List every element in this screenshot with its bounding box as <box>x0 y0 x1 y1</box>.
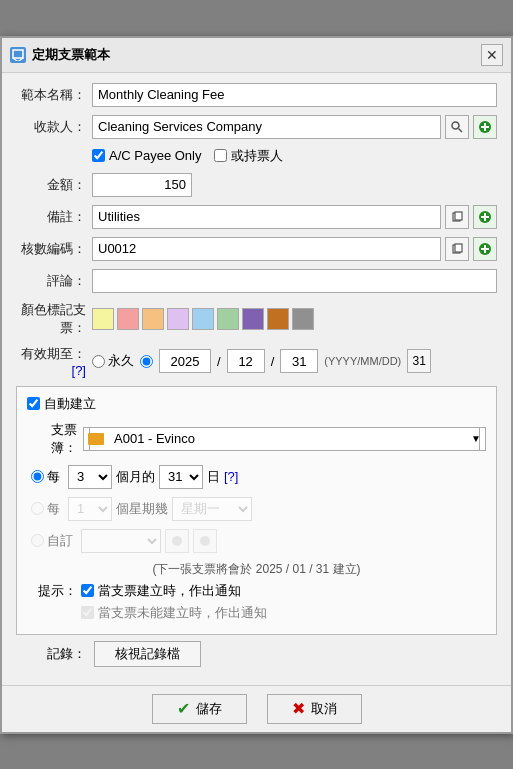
schedule-custom-row: 自訂 <box>31 529 486 553</box>
ref-add-button[interactable] <box>473 237 497 261</box>
monthly-radio-label[interactable]: 每 <box>31 468 60 486</box>
payee-add-button[interactable] <box>473 115 497 139</box>
calendar-button[interactable]: 31 <box>407 349 431 373</box>
notify2-label[interactable]: 當支票未能建立時，作出通知 <box>81 604 267 622</box>
notify-row-2: 當支票未能建立時，作出通知 <box>27 604 486 622</box>
comment-label: 評論： <box>16 272 86 290</box>
payee-input[interactable] <box>92 115 441 139</box>
auto-create-checkbox[interactable] <box>27 397 40 410</box>
custom-select[interactable] <box>81 529 161 553</box>
amount-input[interactable] <box>92 173 192 197</box>
template-name-input[interactable] <box>92 83 497 107</box>
record-row: 記錄： 核視記錄檔 <box>16 641 497 667</box>
payee-search-button[interactable] <box>445 115 469 139</box>
validity-help-link[interactable]: [?] <box>72 363 86 378</box>
ref-num-label: 核數編碼： <box>16 240 86 258</box>
custom-radio-label[interactable]: 自訂 <box>31 532 73 550</box>
color-row: 顏色標記支票： <box>16 301 497 337</box>
ac-payee-only-checkbox[interactable] <box>92 149 105 162</box>
date-format-label: (YYYY/MM/DD) <box>324 355 401 367</box>
color-swatches <box>92 308 314 330</box>
custom-btn-2[interactable] <box>193 529 217 553</box>
color-swatch-gray[interactable] <box>292 308 314 330</box>
notify1-checkbox[interactable] <box>81 584 94 597</box>
svg-rect-15 <box>455 244 462 252</box>
amount-label: 金額： <box>16 176 86 194</box>
custom-btn-1[interactable] <box>165 529 189 553</box>
view-log-button[interactable]: 核視記錄檔 <box>94 641 201 667</box>
color-swatch-pink[interactable] <box>117 308 139 330</box>
weekly-radio-label[interactable]: 每 <box>31 500 60 518</box>
monthly-num-select[interactable]: 3 1 2 6 <box>68 465 112 489</box>
svg-line-5 <box>459 128 463 132</box>
weekday-select[interactable]: 星期一 <box>172 497 252 521</box>
payee-input-group <box>92 115 497 139</box>
custom-radio[interactable] <box>31 534 44 547</box>
svg-rect-10 <box>455 212 462 220</box>
weekly-num-select[interactable]: 1 <box>68 497 112 521</box>
color-swatch-brown[interactable] <box>267 308 289 330</box>
monthly-day-select[interactable]: 31 1 15 28 <box>159 465 203 489</box>
notify1-label[interactable]: 當支票建立時，作出通知 <box>81 582 241 600</box>
ref-num-input[interactable] <box>92 237 441 261</box>
color-swatch-blue[interactable] <box>192 308 214 330</box>
title-bar: 定期支票範本 ✕ <box>2 38 511 73</box>
title-bar-left: 定期支票範本 <box>10 46 110 64</box>
or-bearer-checkbox[interactable] <box>214 149 227 162</box>
ac-payee-only-label[interactable]: A/C Payee Only <box>92 148 202 163</box>
color-swatch-green[interactable] <box>217 308 239 330</box>
window-title: 定期支票範本 <box>32 46 110 64</box>
notify-label: 提示： <box>27 582 77 600</box>
validity-inputs: 永久 / / (YYYY/MM/DD) 31 <box>92 349 431 373</box>
memo-input[interactable] <box>92 205 441 229</box>
color-swatch-purple-light[interactable] <box>167 308 189 330</box>
cancel-icon: ✖ <box>292 699 305 718</box>
payee-label: 收款人： <box>16 118 86 136</box>
save-icon: ✔ <box>177 699 190 718</box>
close-button[interactable]: ✕ <box>481 44 503 66</box>
cancel-button[interactable]: ✖ 取消 <box>267 694 362 724</box>
svg-point-19 <box>172 536 182 546</box>
comment-row: 評論： <box>16 269 497 293</box>
ledger-row: 支票簿： A001 - Evinco ▼ <box>27 421 486 457</box>
year-input[interactable] <box>159 349 211 373</box>
weekly-radio[interactable] <box>31 502 44 515</box>
template-name-label: 範本名稱： <box>16 86 86 104</box>
memo-input-group <box>92 205 497 229</box>
dialog-window: 定期支票範本 ✕ 範本名稱： 收款人： <box>0 36 513 734</box>
memo-label: 備註： <box>16 208 86 226</box>
ref-copy-button[interactable] <box>445 237 469 261</box>
ledger-label: 支票簿： <box>27 421 77 457</box>
next-date-info: (下一張支票將會於 2025 / 01 / 31 建立) <box>27 561 486 578</box>
memo-add-button[interactable] <box>473 205 497 229</box>
date-sep-1: / <box>217 354 221 369</box>
notify2-checkbox[interactable] <box>81 606 94 619</box>
color-swatch-orange[interactable] <box>142 308 164 330</box>
memo-copy-button[interactable] <box>445 205 469 229</box>
ledger-icon <box>88 433 104 445</box>
comment-input[interactable] <box>92 269 497 293</box>
validity-label: 有效期至： [?] <box>16 345 86 378</box>
auto-section-title-row: 自動建立 <box>27 395 486 413</box>
day-input[interactable] <box>280 349 318 373</box>
forever-radio-label[interactable]: 永久 <box>92 352 134 370</box>
ref-num-input-group <box>92 237 497 261</box>
monthly-radio[interactable] <box>31 470 44 483</box>
month-input[interactable] <box>227 349 265 373</box>
or-bearer-label[interactable]: 或持票人 <box>214 147 283 165</box>
color-label: 顏色標記支票： <box>16 301 86 337</box>
color-swatch-yellow[interactable] <box>92 308 114 330</box>
validity-row: 有效期至： [?] 永久 / / (YYYY/MM/DD) 31 <box>16 345 497 378</box>
save-button[interactable]: ✔ 儲存 <box>152 694 247 724</box>
date-radio-label[interactable] <box>140 355 153 368</box>
payee-row: 收款人： <box>16 115 497 139</box>
schedule-help-link[interactable]: [?] <box>224 469 238 484</box>
color-swatch-purple[interactable] <box>242 308 264 330</box>
forever-radio[interactable] <box>92 355 105 368</box>
form-content: 範本名稱： 收款人： <box>2 73 511 685</box>
auto-create-checkbox-label[interactable]: 自動建立 <box>27 395 96 413</box>
schedule-monthly-row: 每 3 1 2 6 個月的 31 1 15 28 日 [?] <box>31 465 486 489</box>
ledger-select-wrapper: A001 - Evinco ▼ <box>83 427 486 451</box>
date-radio[interactable] <box>140 355 153 368</box>
ledger-select[interactable]: A001 - Evinco <box>89 427 480 451</box>
